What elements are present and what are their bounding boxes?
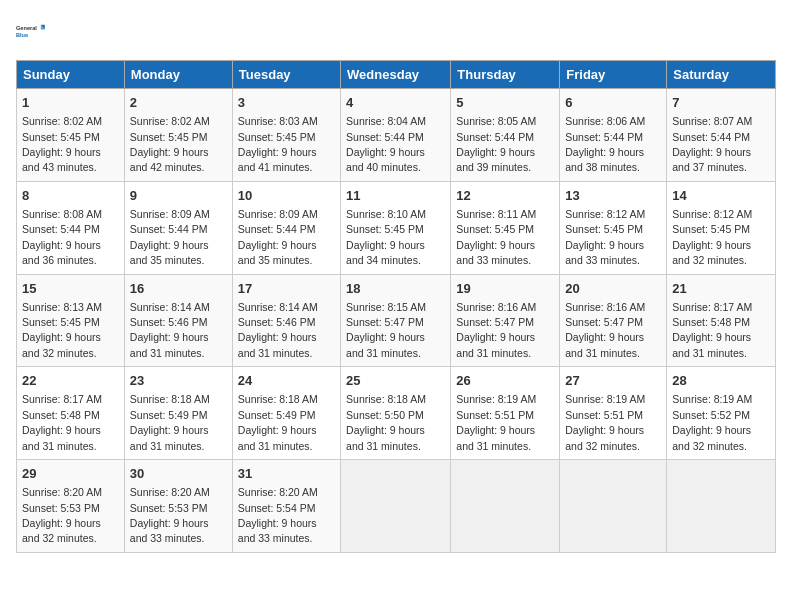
day-info: Sunrise: 8:10 AM Sunset: 5:45 PM Dayligh… [346, 208, 426, 266]
day-info: Sunrise: 8:19 AM Sunset: 5:51 PM Dayligh… [565, 393, 645, 451]
day-cell-18: 18Sunrise: 8:15 AM Sunset: 5:47 PM Dayli… [341, 274, 451, 367]
day-info: Sunrise: 8:02 AM Sunset: 5:45 PM Dayligh… [130, 115, 210, 173]
day-number: 13 [565, 187, 661, 205]
calendar-week-5: 29Sunrise: 8:20 AM Sunset: 5:53 PM Dayli… [17, 460, 776, 553]
day-cell-8: 8Sunrise: 8:08 AM Sunset: 5:44 PM Daylig… [17, 181, 125, 274]
day-cell-20: 20Sunrise: 8:16 AM Sunset: 5:47 PM Dayli… [560, 274, 667, 367]
day-info: Sunrise: 8:09 AM Sunset: 5:44 PM Dayligh… [238, 208, 318, 266]
day-cell-16: 16Sunrise: 8:14 AM Sunset: 5:46 PM Dayli… [124, 274, 232, 367]
day-info: Sunrise: 8:03 AM Sunset: 5:45 PM Dayligh… [238, 115, 318, 173]
day-info: Sunrise: 8:19 AM Sunset: 5:52 PM Dayligh… [672, 393, 752, 451]
page-header: GeneralBlue [16, 16, 776, 48]
day-info: Sunrise: 8:19 AM Sunset: 5:51 PM Dayligh… [456, 393, 536, 451]
day-info: Sunrise: 8:09 AM Sunset: 5:44 PM Dayligh… [130, 208, 210, 266]
day-cell-14: 14Sunrise: 8:12 AM Sunset: 5:45 PM Dayli… [667, 181, 776, 274]
svg-text:General: General [16, 25, 37, 31]
day-cell-15: 15Sunrise: 8:13 AM Sunset: 5:45 PM Dayli… [17, 274, 125, 367]
day-number: 22 [22, 372, 119, 390]
day-info: Sunrise: 8:14 AM Sunset: 5:46 PM Dayligh… [130, 301, 210, 359]
day-info: Sunrise: 8:07 AM Sunset: 5:44 PM Dayligh… [672, 115, 752, 173]
day-info: Sunrise: 8:05 AM Sunset: 5:44 PM Dayligh… [456, 115, 536, 173]
day-number: 30 [130, 465, 227, 483]
day-number: 26 [456, 372, 554, 390]
day-number: 2 [130, 94, 227, 112]
logo-icon: GeneralBlue [16, 16, 48, 48]
day-info: Sunrise: 8:04 AM Sunset: 5:44 PM Dayligh… [346, 115, 426, 173]
weekday-header-saturday: Saturday [667, 61, 776, 89]
day-info: Sunrise: 8:18 AM Sunset: 5:50 PM Dayligh… [346, 393, 426, 451]
day-number: 27 [565, 372, 661, 390]
svg-text:Blue: Blue [16, 32, 28, 38]
day-cell-7: 7Sunrise: 8:07 AM Sunset: 5:44 PM Daylig… [667, 89, 776, 182]
day-number: 19 [456, 280, 554, 298]
weekday-header-wednesday: Wednesday [341, 61, 451, 89]
day-cell-24: 24Sunrise: 8:18 AM Sunset: 5:49 PM Dayli… [232, 367, 340, 460]
day-number: 9 [130, 187, 227, 205]
day-cell-25: 25Sunrise: 8:18 AM Sunset: 5:50 PM Dayli… [341, 367, 451, 460]
day-number: 7 [672, 94, 770, 112]
day-info: Sunrise: 8:15 AM Sunset: 5:47 PM Dayligh… [346, 301, 426, 359]
day-number: 14 [672, 187, 770, 205]
day-info: Sunrise: 8:13 AM Sunset: 5:45 PM Dayligh… [22, 301, 102, 359]
day-info: Sunrise: 8:14 AM Sunset: 5:46 PM Dayligh… [238, 301, 318, 359]
day-cell-26: 26Sunrise: 8:19 AM Sunset: 5:51 PM Dayli… [451, 367, 560, 460]
day-cell-3: 3Sunrise: 8:03 AM Sunset: 5:45 PM Daylig… [232, 89, 340, 182]
day-number: 23 [130, 372, 227, 390]
day-number: 25 [346, 372, 445, 390]
day-info: Sunrise: 8:20 AM Sunset: 5:53 PM Dayligh… [22, 486, 102, 544]
day-number: 8 [22, 187, 119, 205]
day-info: Sunrise: 8:20 AM Sunset: 5:53 PM Dayligh… [130, 486, 210, 544]
empty-cell [667, 460, 776, 553]
empty-cell [560, 460, 667, 553]
day-cell-30: 30Sunrise: 8:20 AM Sunset: 5:53 PM Dayli… [124, 460, 232, 553]
day-number: 21 [672, 280, 770, 298]
day-number: 24 [238, 372, 335, 390]
day-cell-27: 27Sunrise: 8:19 AM Sunset: 5:51 PM Dayli… [560, 367, 667, 460]
day-number: 16 [130, 280, 227, 298]
calendar-week-4: 22Sunrise: 8:17 AM Sunset: 5:48 PM Dayli… [17, 367, 776, 460]
day-cell-23: 23Sunrise: 8:18 AM Sunset: 5:49 PM Dayli… [124, 367, 232, 460]
logo: GeneralBlue [16, 16, 48, 48]
calendar-week-1: 1Sunrise: 8:02 AM Sunset: 5:45 PM Daylig… [17, 89, 776, 182]
day-cell-6: 6Sunrise: 8:06 AM Sunset: 5:44 PM Daylig… [560, 89, 667, 182]
day-cell-21: 21Sunrise: 8:17 AM Sunset: 5:48 PM Dayli… [667, 274, 776, 367]
day-cell-12: 12Sunrise: 8:11 AM Sunset: 5:45 PM Dayli… [451, 181, 560, 274]
weekday-header-monday: Monday [124, 61, 232, 89]
day-info: Sunrise: 8:02 AM Sunset: 5:45 PM Dayligh… [22, 115, 102, 173]
day-cell-17: 17Sunrise: 8:14 AM Sunset: 5:46 PM Dayli… [232, 274, 340, 367]
empty-cell [341, 460, 451, 553]
day-cell-1: 1Sunrise: 8:02 AM Sunset: 5:45 PM Daylig… [17, 89, 125, 182]
day-cell-31: 31Sunrise: 8:20 AM Sunset: 5:54 PM Dayli… [232, 460, 340, 553]
day-cell-9: 9Sunrise: 8:09 AM Sunset: 5:44 PM Daylig… [124, 181, 232, 274]
weekday-header-tuesday: Tuesday [232, 61, 340, 89]
day-cell-22: 22Sunrise: 8:17 AM Sunset: 5:48 PM Dayli… [17, 367, 125, 460]
day-info: Sunrise: 8:16 AM Sunset: 5:47 PM Dayligh… [565, 301, 645, 359]
day-info: Sunrise: 8:20 AM Sunset: 5:54 PM Dayligh… [238, 486, 318, 544]
day-number: 5 [456, 94, 554, 112]
day-cell-5: 5Sunrise: 8:05 AM Sunset: 5:44 PM Daylig… [451, 89, 560, 182]
day-info: Sunrise: 8:18 AM Sunset: 5:49 PM Dayligh… [238, 393, 318, 451]
day-number: 18 [346, 280, 445, 298]
day-number: 17 [238, 280, 335, 298]
weekday-header-thursday: Thursday [451, 61, 560, 89]
day-number: 11 [346, 187, 445, 205]
day-info: Sunrise: 8:12 AM Sunset: 5:45 PM Dayligh… [565, 208, 645, 266]
day-number: 12 [456, 187, 554, 205]
day-number: 3 [238, 94, 335, 112]
day-number: 20 [565, 280, 661, 298]
day-info: Sunrise: 8:17 AM Sunset: 5:48 PM Dayligh… [672, 301, 752, 359]
day-info: Sunrise: 8:18 AM Sunset: 5:49 PM Dayligh… [130, 393, 210, 451]
day-number: 10 [238, 187, 335, 205]
day-info: Sunrise: 8:11 AM Sunset: 5:45 PM Dayligh… [456, 208, 536, 266]
calendar-week-3: 15Sunrise: 8:13 AM Sunset: 5:45 PM Dayli… [17, 274, 776, 367]
day-cell-4: 4Sunrise: 8:04 AM Sunset: 5:44 PM Daylig… [341, 89, 451, 182]
weekday-header-friday: Friday [560, 61, 667, 89]
day-cell-13: 13Sunrise: 8:12 AM Sunset: 5:45 PM Dayli… [560, 181, 667, 274]
day-cell-10: 10Sunrise: 8:09 AM Sunset: 5:44 PM Dayli… [232, 181, 340, 274]
day-number: 1 [22, 94, 119, 112]
calendar-week-2: 8Sunrise: 8:08 AM Sunset: 5:44 PM Daylig… [17, 181, 776, 274]
day-number: 31 [238, 465, 335, 483]
day-info: Sunrise: 8:08 AM Sunset: 5:44 PM Dayligh… [22, 208, 102, 266]
day-info: Sunrise: 8:06 AM Sunset: 5:44 PM Dayligh… [565, 115, 645, 173]
day-number: 29 [22, 465, 119, 483]
